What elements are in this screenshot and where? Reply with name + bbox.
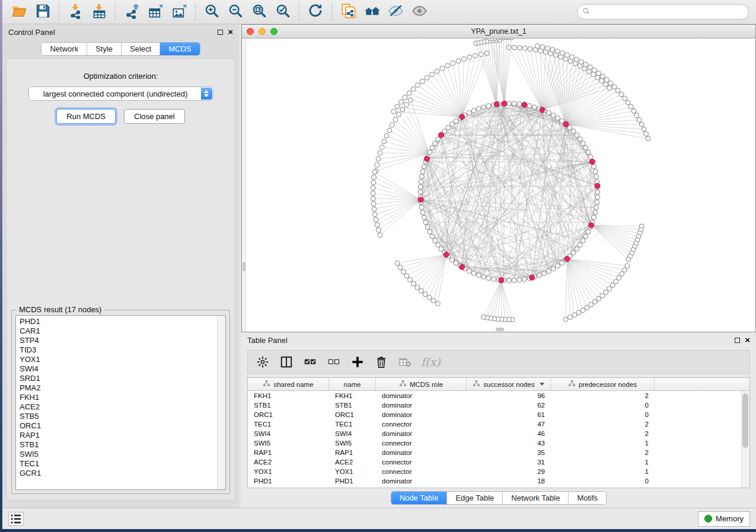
mcds-result-item[interactable]: TEC1 — [20, 459, 217, 469]
network-node[interactable] — [408, 98, 413, 102]
network-node[interactable] — [415, 285, 420, 290]
network-node[interactable] — [393, 117, 398, 122]
delete-icon[interactable] — [374, 354, 389, 370]
network-node[interactable] — [375, 223, 379, 227]
network-node[interactable] — [454, 261, 458, 265]
network-node[interactable] — [604, 78, 609, 82]
network-node[interactable] — [595, 195, 600, 200]
network-node[interactable] — [375, 162, 379, 167]
network-node[interactable] — [583, 234, 588, 239]
network-node[interactable] — [387, 128, 392, 133]
refresh-button[interactable] — [304, 2, 327, 22]
network-node[interactable] — [550, 47, 555, 52]
network-node[interactable] — [592, 215, 596, 220]
close-table-icon[interactable]: × — [745, 337, 750, 343]
network-node[interactable] — [637, 117, 642, 122]
close-panel-icon[interactable]: × — [228, 29, 233, 35]
task-history-button[interactable] — [8, 512, 24, 526]
network-node[interactable] — [398, 100, 403, 104]
tab-select[interactable]: Select — [122, 43, 160, 55]
network-node[interactable] — [415, 83, 420, 88]
network-node[interactable] — [594, 205, 599, 210]
network-node[interactable] — [398, 265, 403, 270]
network-node[interactable] — [484, 51, 489, 56]
mcds-node[interactable] — [529, 275, 535, 280]
network-node[interactable] — [435, 69, 439, 73]
network-node[interactable] — [481, 274, 486, 279]
network-node[interactable] — [547, 269, 551, 274]
tab-network-table[interactable]: Network Table — [503, 492, 569, 504]
network-node[interactable] — [412, 281, 416, 286]
network-node[interactable] — [634, 113, 639, 118]
network-node[interactable] — [479, 52, 483, 57]
network-node[interactable] — [374, 217, 378, 222]
network-node[interactable] — [537, 273, 542, 278]
network-node[interactable] — [551, 113, 556, 118]
network-node[interactable] — [528, 47, 532, 52]
network-node[interactable] — [372, 207, 377, 211]
network-node[interactable] — [588, 65, 592, 70]
network-node[interactable] — [486, 276, 491, 281]
show-all-button[interactable] — [407, 2, 431, 22]
network-node[interactable] — [473, 53, 478, 58]
network-node[interactable] — [371, 196, 376, 201]
table-row[interactable]: STB1STB1dominator620 — [248, 400, 749, 410]
column-header-name[interactable]: name — [329, 378, 376, 390]
network-node[interactable] — [371, 185, 375, 190]
network-node[interactable] — [608, 81, 613, 85]
network-node[interactable] — [517, 46, 522, 50]
mcds-node[interactable] — [499, 278, 504, 283]
network-node[interactable] — [540, 44, 545, 49]
mcds-result-item[interactable]: PHD1 — [20, 317, 217, 326]
network-node[interactable] — [599, 79, 604, 84]
network-node[interactable] — [467, 111, 471, 116]
network-node[interactable] — [446, 125, 451, 130]
run-mcds-button[interactable]: Run MCDS — [56, 109, 116, 124]
column-header-shared-name[interactable]: shared name — [248, 378, 329, 390]
open-button[interactable] — [7, 2, 31, 22]
network-node[interactable] — [542, 271, 547, 275]
network-node[interactable] — [532, 105, 537, 110]
network-node[interactable] — [596, 71, 601, 76]
network-node[interactable] — [578, 137, 582, 142]
network-node[interactable] — [382, 139, 387, 144]
mcds-result-item[interactable]: YOX1 — [20, 355, 217, 364]
table-row[interactable]: PHD1PHD1dominator180 — [248, 476, 749, 486]
mcds-result-item[interactable]: STB1 — [20, 440, 217, 450]
network-node[interactable] — [395, 261, 400, 265]
memory-button[interactable]: Memory — [698, 511, 750, 527]
network-node[interactable] — [419, 180, 423, 184]
network-node[interactable] — [512, 101, 516, 106]
network-node[interactable] — [407, 91, 412, 95]
network-node[interactable] — [646, 136, 650, 141]
tab-mcds[interactable]: MCDS — [160, 43, 199, 55]
network-node[interactable] — [565, 53, 570, 57]
network-node[interactable] — [623, 96, 627, 101]
network-node[interactable] — [575, 246, 579, 251]
table-row[interactable]: TEC1TEC1connector472 — [248, 419, 749, 429]
network-node[interactable] — [419, 174, 424, 179]
network-horizontal-scrollbar[interactable] — [496, 328, 504, 331]
network-node[interactable] — [481, 105, 486, 110]
table-row[interactable]: ACE2ACE2connector311 — [248, 457, 749, 467]
mcds-result-list[interactable]: PHD1CAR1STP4TID3YOX1SWI4SRD1PMA2FKH1ACE2… — [15, 315, 226, 490]
network-node[interactable] — [391, 109, 396, 114]
network-node[interactable] — [390, 123, 395, 127]
network-node[interactable] — [407, 277, 412, 282]
gear-icon[interactable] — [255, 354, 270, 370]
network-node[interactable] — [593, 169, 598, 174]
delete-table-icon[interactable] — [397, 354, 413, 370]
network-node[interactable] — [522, 46, 527, 50]
mcds-result-item[interactable]: ORC1 — [20, 421, 217, 431]
float-panel-icon[interactable] — [218, 30, 223, 35]
network-node[interactable] — [517, 102, 522, 107]
network-node[interactable] — [592, 68, 596, 72]
network-node[interactable] — [631, 108, 636, 113]
network-node[interactable] — [433, 141, 438, 146]
network-node[interactable] — [395, 104, 400, 109]
network-node[interactable] — [506, 45, 511, 50]
tab-network[interactable]: Network — [42, 43, 87, 55]
network-node[interactable] — [535, 44, 540, 49]
search-input[interactable] — [577, 4, 749, 20]
network-node[interactable] — [425, 75, 429, 80]
